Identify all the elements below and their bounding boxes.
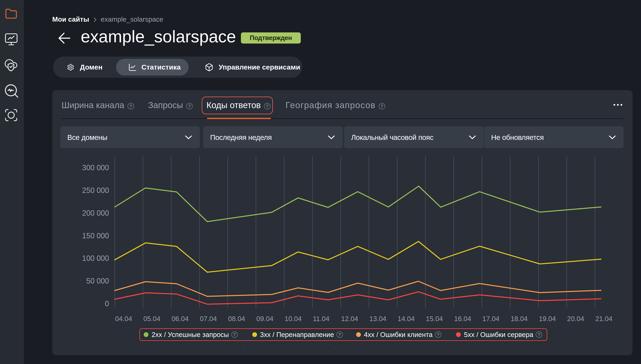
svg-text:11.04: 11.04: [313, 315, 329, 322]
svg-text:14.04: 14.04: [398, 315, 415, 322]
svg-text:04.04: 04.04: [115, 315, 132, 322]
svg-text:08.04: 08.04: [228, 315, 245, 322]
svg-text:200 000: 200 000: [82, 209, 109, 217]
svg-text:05.04: 05.04: [143, 315, 160, 322]
svg-text:19.04: 19.04: [539, 315, 556, 322]
svg-text:07.04: 07.04: [200, 315, 217, 322]
svg-text:12.04: 12.04: [341, 315, 358, 322]
svg-text:15.04: 15.04: [426, 315, 443, 322]
svg-text:09.04: 09.04: [256, 315, 274, 322]
svg-text:300 000: 300 000: [82, 164, 109, 172]
svg-text:100 000: 100 000: [82, 254, 109, 262]
svg-text:250 000: 250 000: [82, 186, 109, 194]
svg-text:150 000: 150 000: [82, 232, 109, 240]
svg-text:13.04: 13.04: [369, 315, 386, 322]
svg-text:16.04: 16.04: [454, 315, 471, 322]
svg-text:20.04: 20.04: [567, 315, 584, 322]
svg-text:06.04: 06.04: [172, 315, 189, 322]
svg-text:50 000: 50 000: [86, 277, 109, 285]
svg-text:10.04: 10.04: [285, 315, 302, 322]
svg-text:21.04: 21.04: [595, 315, 612, 322]
svg-text:17.04: 17.04: [482, 315, 500, 322]
svg-text:18.04: 18.04: [510, 315, 528, 322]
svg-text:0: 0: [105, 300, 109, 308]
